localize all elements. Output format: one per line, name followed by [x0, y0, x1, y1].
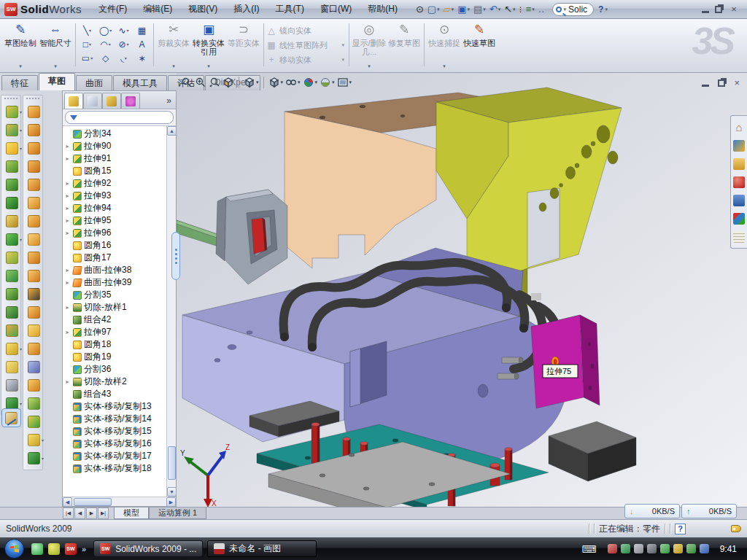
- circle-tool[interactable]: ◯▾: [96, 23, 115, 37]
- axis-icon[interactable]: [1, 376, 22, 394]
- quicklaunch-solidworks-icon[interactable]: SW: [65, 543, 77, 555]
- tray-blocked-app-icon[interactable]: [700, 544, 709, 553]
- expander-icon[interactable]: ▸: [64, 205, 71, 211]
- tab-特征[interactable]: 特征: [1, 75, 38, 90]
- status-tag-icon[interactable]: [731, 525, 741, 532]
- tree-item-分割34[interactable]: 分割34: [64, 128, 166, 140]
- tree-item-分割35[interactable]: 分割35: [64, 289, 166, 301]
- featuremanager-tab[interactable]: [64, 93, 83, 109]
- menu-1[interactable]: 编辑(E): [136, 1, 179, 18]
- knit-surface-icon[interactable]: [23, 376, 44, 394]
- replace-face-icon[interactable]: [23, 303, 44, 322]
- study-tab-运动算例 1[interactable]: 运动算例 1: [149, 508, 206, 519]
- doc-close-button[interactable]: ×: [734, 77, 740, 88]
- panel-splitter-handle[interactable]: [171, 232, 180, 280]
- tab-草图[interactable]: 草图: [39, 73, 75, 90]
- tree-item-实体-移动/复制18[interactable]: 实体-移动/复制18: [64, 462, 166, 475]
- keyboard-layout-icon[interactable]: ⌨: [581, 543, 596, 555]
- search-box[interactable]: ▾ Solic: [552, 3, 595, 16]
- tray-shield-lightning-icon[interactable]: [621, 544, 630, 553]
- search-chevron-icon[interactable]: ▾: [564, 7, 567, 12]
- untrim-surface-icon[interactable]: [23, 358, 44, 376]
- appearances-pane-icon[interactable]: [731, 209, 747, 228]
- spline-tool[interactable]: ∿▾: [115, 23, 133, 37]
- move-copy-body-icon[interactable]: [1, 322, 22, 340]
- offset-surface-icon[interactable]: [23, 212, 44, 230]
- rectangle-tool[interactable]: □▾: [78, 37, 96, 51]
- tree-item-实体-移动/复制16[interactable]: 实体-移动/复制16: [64, 438, 166, 450]
- search-input[interactable]: Solic: [568, 4, 587, 15]
- extruded-cut-icon[interactable]: ▾: [1, 121, 22, 139]
- rib-icon[interactable]: [1, 249, 22, 267]
- scroll-down-arrow[interactable]: ▼: [167, 487, 176, 497]
- boundary-surface-icon[interactable]: [23, 176, 44, 194]
- undo-icon[interactable]: ↶▾: [488, 4, 502, 15]
- reference-sketch-icon[interactable]: [1, 212, 22, 230]
- part-side-block[interactable]: [531, 315, 600, 408]
- tree-filter-input[interactable]: [65, 111, 174, 124]
- scroll-thumb[interactable]: [168, 446, 176, 480]
- tree-item-拉伸97[interactable]: ▸拉伸97: [64, 326, 166, 338]
- surface-sweep-icon[interactable]: [23, 139, 44, 158]
- tab-nav-last[interactable]: ▶|: [98, 508, 109, 519]
- smart-dimension-button[interactable]: ⇔智能尺寸▾: [38, 20, 73, 69]
- tree-item-圆角15[interactable]: 圆角15: [64, 165, 166, 177]
- surface-revolve-icon[interactable]: [23, 121, 44, 139]
- tree-item-曲面-拉伸38[interactable]: ▸曲面-拉伸38: [64, 264, 166, 276]
- quicklaunch-input-icon[interactable]: [48, 543, 60, 555]
- expander-icon[interactable]: ▸: [64, 267, 71, 273]
- tree-item-实体-移动/复制15[interactable]: 实体-移动/复制15: [64, 425, 166, 438]
- cut-with-surface-icon[interactable]: [23, 394, 44, 413]
- expander-icon[interactable]: ▸: [64, 279, 71, 286]
- boundary-boss-icon[interactable]: [1, 194, 22, 212]
- tree-item-圆角19[interactable]: 圆角19: [64, 351, 166, 363]
- trim-surface-icon[interactable]: [23, 322, 44, 340]
- convert-entities-button[interactable]: ▣转换实体引用▾: [191, 20, 226, 69]
- draft-icon[interactable]: [1, 267, 22, 285]
- status-help-icon[interactable]: ?: [675, 524, 686, 534]
- taskbar-clock[interactable]: 9:41: [720, 544, 737, 554]
- tray-antivirus-icon[interactable]: [608, 544, 617, 553]
- tree-item-实体-移动/复制14[interactable]: 实体-移动/复制14: [64, 413, 166, 425]
- restore-button[interactable]: [715, 6, 722, 13]
- tab-nav-next[interactable]: ▶: [86, 508, 97, 519]
- new-document-icon[interactable]: ▢▾: [426, 4, 441, 15]
- surface-loft-icon[interactable]: [23, 158, 44, 176]
- menu-4[interactable]: 工具(T): [269, 1, 311, 18]
- expander-icon[interactable]: ▸: [64, 180, 71, 187]
- design-library-icon[interactable]: [731, 136, 747, 155]
- study-tab-模型[interactable]: 模型: [114, 508, 149, 519]
- text-tool[interactable]: A: [133, 37, 151, 51]
- taskbar-button-SolidWorks 2009 - ...[interactable]: SWSolidWorks 2009 - ...: [93, 540, 203, 557]
- misc-icon[interactable]: ‥: [537, 4, 546, 15]
- delete-face-icon[interactable]: [23, 285, 44, 303]
- quicklaunch-overflow-chevron[interactable]: »: [82, 545, 86, 553]
- tree-item-拉伸92[interactable]: ▸拉伸92: [64, 177, 166, 190]
- resources-icon[interactable]: ⌂: [731, 118, 747, 136]
- scroll-thumb-h[interactable]: [74, 498, 112, 506]
- freeform-icon[interactable]: [23, 230, 44, 249]
- configmanager-tab[interactable]: [102, 93, 121, 109]
- helix2-icon[interactable]: ▾: [23, 449, 44, 467]
- display-style-icon[interactable]: ▾: [268, 77, 284, 88]
- tree-item-拉伸95[interactable]: ▸拉伸95: [64, 214, 166, 227]
- tree-item-圆角16[interactable]: 圆角16: [64, 239, 166, 252]
- rapid-sketch-button[interactable]: ✎快速草图: [462, 20, 497, 69]
- hide-show-items-icon[interactable]: ▾: [285, 77, 301, 88]
- expander-icon[interactable]: ▸: [64, 155, 71, 162]
- ellipse-tool[interactable]: ⊘▾: [115, 37, 133, 51]
- expander-icon[interactable]: ▸: [64, 329, 71, 335]
- view-palette-icon[interactable]: [731, 191, 747, 209]
- lofted-boss-icon[interactable]: [1, 176, 22, 194]
- custom-properties-icon[interactable]: [731, 228, 747, 246]
- menu-3[interactable]: 插入(I): [227, 1, 266, 18]
- taskbar-button-未命名 - 画图[interactable]: 未命名 - 画图: [207, 540, 317, 557]
- tray-network-warning-icon[interactable]: [673, 544, 683, 553]
- tree-item-拉伸93[interactable]: ▸拉伸93: [64, 190, 166, 202]
- view-settings-icon[interactable]: ▾: [337, 77, 352, 88]
- section-view-icon[interactable]: [222, 77, 234, 88]
- rebuild-traffic-icon[interactable]: ⁝: [518, 4, 524, 15]
- tree-item-分割36[interactable]: 分割36: [64, 363, 166, 376]
- fillet-icon[interactable]: ▾: [1, 139, 22, 158]
- arc-tool[interactable]: ◠▾: [96, 37, 115, 51]
